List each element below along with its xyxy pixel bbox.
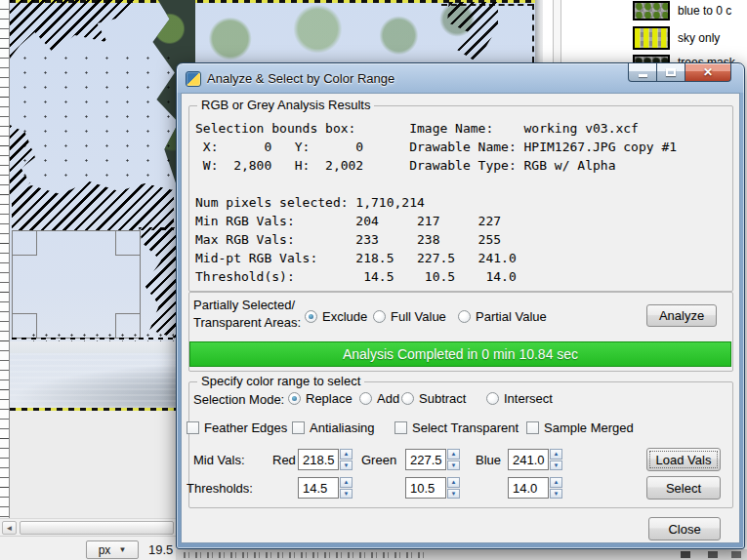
checkbox-icon — [187, 421, 199, 434]
maximize-button[interactable] — [657, 63, 685, 82]
spin-down-icon[interactable]: ▼ — [550, 460, 562, 471]
close-button[interactable]: Close — [648, 517, 721, 540]
radio-label: Full Value — [391, 309, 446, 324]
radio-subtract[interactable]: Subtract — [401, 391, 466, 406]
analysis-results-text: Selection bounds box: Image Name: workin… — [195, 119, 677, 286]
spin-up-icon[interactable]: ▲ — [447, 449, 460, 460]
spin-up-icon[interactable]: ▲ — [550, 477, 562, 488]
layer-row-sky-only[interactable]: sky only — [633, 24, 720, 52]
obscured-statusbar — [176, 549, 747, 560]
radio-intersect[interactable]: Intersect — [486, 391, 553, 406]
load-vals-button[interactable]: Load Vals — [646, 448, 721, 471]
thresh-green-spinner: 10.5 ▲▼ — [405, 477, 460, 499]
mid-blue-spinner: 241.0 ▲▼ — [508, 449, 562, 470]
rect-handle-top-left[interactable] — [12, 230, 37, 256]
group-title: Specify color range to select — [197, 374, 364, 388]
layer-thumbnail[interactable] — [633, 26, 670, 50]
blue-label: Blue — [476, 453, 501, 467]
spin-up-icon[interactable]: ▲ — [340, 477, 353, 488]
mid-vals-label: Mid Vals: — [193, 453, 245, 467]
chevron-down-icon: ▼ — [118, 545, 126, 554]
radio-label: Subtract — [419, 391, 466, 406]
checkbox-label: Feather Edges — [204, 420, 287, 435]
analyze-button[interactable]: Analyze — [646, 304, 717, 327]
scrollbar-thumb[interactable] — [20, 521, 174, 535]
layer-label[interactable]: blue to 0 c — [678, 4, 731, 18]
checkbox-label: Sample Merged — [544, 420, 634, 435]
spin-up-icon[interactable]: ▲ — [447, 477, 460, 488]
spin-down-icon[interactable]: ▼ — [340, 460, 353, 471]
radio-icon — [288, 392, 301, 405]
select-button[interactable]: Select — [646, 476, 721, 500]
radio-partial-value[interactable]: Partial Value — [458, 309, 547, 324]
red-label: Red — [272, 453, 296, 467]
python-app-icon — [186, 71, 201, 87]
rect-handle-top-right[interactable] — [115, 230, 141, 256]
spin-down-icon[interactable]: ▼ — [550, 489, 562, 500]
checkbox-feather-edges[interactable]: Feather Edges — [187, 420, 287, 435]
thresh-blue-input[interactable]: 14.0 — [508, 477, 549, 499]
layer-thumbnail[interactable] — [633, 1, 670, 20]
radio-icon — [401, 392, 414, 405]
statusbar-icon — [731, 551, 741, 558]
minimize-icon — [639, 74, 647, 77]
spin-down-icon[interactable]: ▼ — [340, 489, 353, 500]
radio-icon — [359, 392, 372, 405]
close-icon: ✕ — [703, 65, 713, 79]
spin-up-icon[interactable]: ▲ — [550, 449, 562, 460]
maximize-icon — [666, 68, 676, 76]
radio-label: Exclude — [322, 309, 367, 324]
checkbox-antialiasing[interactable]: Antialiasing — [292, 420, 375, 435]
radio-icon — [373, 310, 386, 323]
radio-exclude[interactable]: Exclude — [305, 309, 367, 324]
vertical-ruler — [0, 0, 10, 518]
rect-select-overlay[interactable] — [12, 230, 141, 339]
zoom-level[interactable]: 19.5 — [148, 542, 173, 557]
mid-red-input[interactable]: 218.5 — [298, 449, 339, 470]
checkbox-icon — [394, 421, 407, 434]
thresh-red-input[interactable]: 14.5 — [298, 477, 339, 499]
radio-icon — [305, 310, 317, 323]
radio-icon — [486, 392, 499, 405]
caption-buttons: ✕ — [628, 63, 731, 82]
analysis-status-bar: Analysis Completed in 0 min 10.84 sec — [189, 341, 731, 367]
dialog-client-area: RGB or Grey Analysis Results Selection b… — [181, 93, 740, 543]
dialog-title[interactable]: Analyze & Select by Color Range — [207, 71, 394, 86]
mid-green-input[interactable]: 227.5 — [405, 449, 446, 470]
radio-label: Add — [377, 391, 399, 406]
rect-handle-bottom-left[interactable] — [12, 313, 37, 339]
spin-down-icon[interactable]: ▼ — [447, 460, 460, 471]
spin-down-icon[interactable]: ▼ — [447, 489, 460, 500]
thresh-blue-spinner: 14.0 ▲▼ — [508, 477, 562, 499]
selection-mode-label: Selection Mode: — [193, 392, 284, 407]
checkbox-label: Select Transparent — [412, 420, 519, 435]
checkbox-icon — [526, 421, 539, 434]
checkbox-label: Antialiasing — [310, 420, 375, 435]
minimize-button[interactable] — [628, 63, 657, 82]
thresh-green-input[interactable]: 10.5 — [405, 477, 446, 499]
radio-icon — [458, 310, 471, 323]
rect-handle-bottom-right[interactable] — [115, 313, 141, 339]
spin-up-icon[interactable]: ▲ — [340, 449, 353, 460]
radio-label: Replace — [306, 391, 353, 406]
unit-label: px — [99, 543, 111, 557]
layer-row-blue-to-0[interactable]: blue to 0 c — [633, 0, 731, 21]
layer-label[interactable]: sky only — [678, 31, 720, 45]
selection-ants-right — [532, 4, 534, 62]
radio-full-value[interactable]: Full Value — [373, 309, 446, 324]
scroll-left-icon[interactable]: ◄ — [2, 521, 17, 535]
checkbox-select-transparent[interactable]: Select Transparent — [394, 420, 519, 435]
partial-areas-label-line1: Partially Selected/ — [193, 298, 295, 312]
radio-label: Intersect — [504, 391, 553, 406]
thresholds-label: Thresholds: — [187, 481, 253, 496]
unit-select[interactable]: px ▼ — [86, 540, 139, 559]
mid-green-spinner: 227.5 ▲▼ — [405, 449, 460, 470]
close-button-titlebar[interactable]: ✕ — [685, 63, 731, 82]
mid-blue-input[interactable]: 241.0 — [508, 449, 549, 470]
checkbox-sample-merged[interactable]: Sample Merged — [526, 420, 634, 435]
radio-add[interactable]: Add — [359, 391, 399, 406]
statusbar-icon — [708, 551, 718, 558]
selection-ants-bottom — [12, 338, 176, 340]
checkbox-icon — [292, 421, 305, 434]
radio-replace[interactable]: Replace — [288, 391, 353, 406]
